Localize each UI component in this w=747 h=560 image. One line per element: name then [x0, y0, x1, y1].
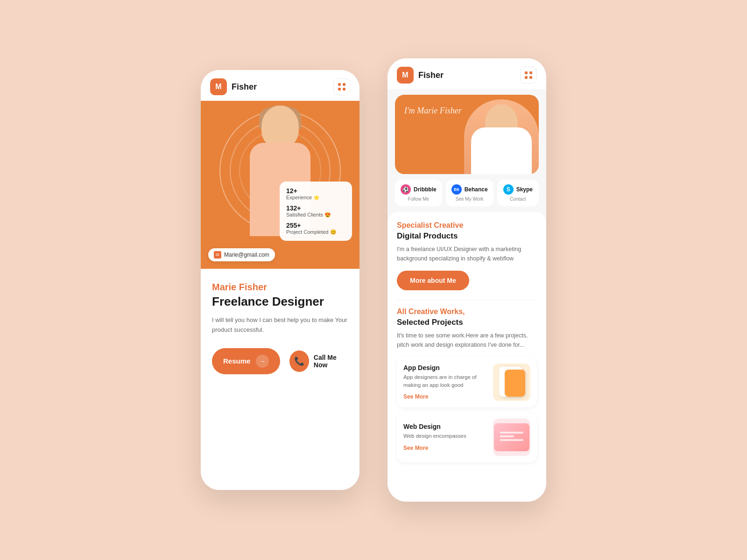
app-see-more[interactable]: See More — [403, 393, 428, 400]
project-app-desc: App designers are in charge of making an… — [403, 373, 487, 390]
resume-button[interactable]: Resume → — [212, 348, 280, 374]
project-app-design: App Design App designers are in charge o… — [397, 357, 537, 407]
email-text: Marie@gmail.com — [224, 252, 269, 258]
project-web-name: Web Design — [403, 423, 487, 430]
arrow-icon: → — [256, 355, 269, 368]
project-app-name: App Design — [403, 364, 487, 371]
social-skype[interactable]: S Skype Contact — [497, 180, 539, 206]
menu-button[interactable] — [333, 78, 350, 95]
right-person-illustration — [464, 99, 539, 174]
social-dribbble[interactable]: ⚽ Dribbble Follow Me — [395, 180, 442, 206]
works-desc: It's time to see some work.Here are a fe… — [397, 331, 537, 350]
divider — [397, 300, 537, 300]
right-person-body — [471, 127, 532, 174]
project-web-desc: Web design encompasses — [403, 432, 487, 440]
specialist-title: Digital Products — [397, 231, 537, 241]
right-logo-icon: M — [397, 67, 414, 84]
hero-section: 12+ Experience ⭐ 132+ Satisfied Clients … — [201, 101, 359, 269]
dribbble-icon: ⚽ — [401, 184, 411, 195]
phone-icon: 📞 — [289, 350, 309, 372]
right-brand-name: Fisher — [418, 70, 444, 80]
social-links: ⚽ Dribbble Follow Me Bē Behance See My W… — [395, 180, 539, 206]
works-tag: All Creative Works, — [397, 308, 537, 316]
action-buttons: Resume → 📞 Call Me Now — [212, 348, 348, 374]
behance-icon: Bē — [451, 184, 462, 195]
right-menu-button[interactable] — [520, 67, 537, 84]
grid-icon — [338, 83, 345, 91]
hero-signature: I'm Marie Fisher — [404, 106, 462, 116]
specialist-desc: I'm a freelance UI/UX Designer with a ma… — [397, 245, 537, 263]
specialist-tag: Specialist Creative — [397, 221, 537, 230]
email-badge[interactable]: ✉ Marie@gmail.com — [208, 248, 275, 261]
right-phone: M Fisher I'm Marie Fisher ⚽ Dribbble — [388, 58, 546, 502]
social-behance[interactable]: Bē Behance See My Work — [446, 180, 493, 206]
stat-clients: 132+ Satisfied Clients 😍 — [286, 204, 345, 218]
profile-bottom: Marie Fisher Freelance Designer I will t… — [201, 269, 359, 490]
user-title: Freelance Designer — [212, 294, 348, 309]
web-design-thumbnail — [493, 419, 530, 456]
skype-icon: S — [503, 184, 514, 195]
right-grid-icon — [525, 71, 532, 79]
stats-overlay: 12+ Experience ⭐ 132+ Satisfied Clients … — [280, 182, 352, 241]
left-phone: M Fisher 12+ Experience ⭐ — [201, 70, 359, 490]
project-web-design: Web Design Web design encompasses See Mo… — [397, 412, 537, 462]
web-see-more[interactable]: See More — [403, 445, 428, 451]
left-phone-header: M Fisher — [201, 70, 359, 101]
right-hero: I'm Marie Fisher — [395, 95, 539, 174]
right-content: Specialist Creative Digital Products I'm… — [388, 212, 546, 502]
person-head — [261, 105, 299, 147]
user-name: Marie Fisher — [212, 282, 348, 293]
user-description: I will tell you how I can best help you … — [212, 315, 348, 335]
more-about-me-button[interactable]: More about Me — [397, 271, 469, 290]
call-label: Call Me Now — [314, 354, 348, 369]
brand-name: Fisher — [232, 82, 257, 92]
stat-projects: 255+ Project Completed 😊 — [286, 222, 345, 235]
works-title: Selected Projects — [397, 318, 537, 327]
app-design-thumbnail — [493, 364, 530, 401]
call-section[interactable]: 📞 Call Me Now — [289, 350, 348, 372]
logo-icon: M — [210, 78, 227, 95]
right-phone-header: M Fisher — [388, 58, 546, 89]
email-icon: ✉ — [214, 251, 221, 259]
stat-experience: 12+ Experience ⭐ — [286, 187, 345, 201]
